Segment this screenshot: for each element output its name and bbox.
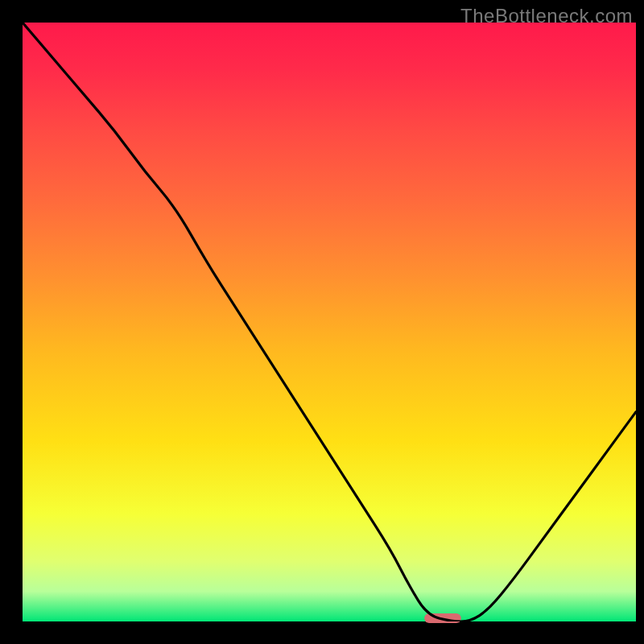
watermark-text: TheBottleneck.com (460, 5, 633, 27)
chart-gradient-bg (23, 23, 636, 621)
chart-container: TheBottleneck.com (0, 0, 644, 644)
bottleneck-chart (0, 0, 644, 644)
